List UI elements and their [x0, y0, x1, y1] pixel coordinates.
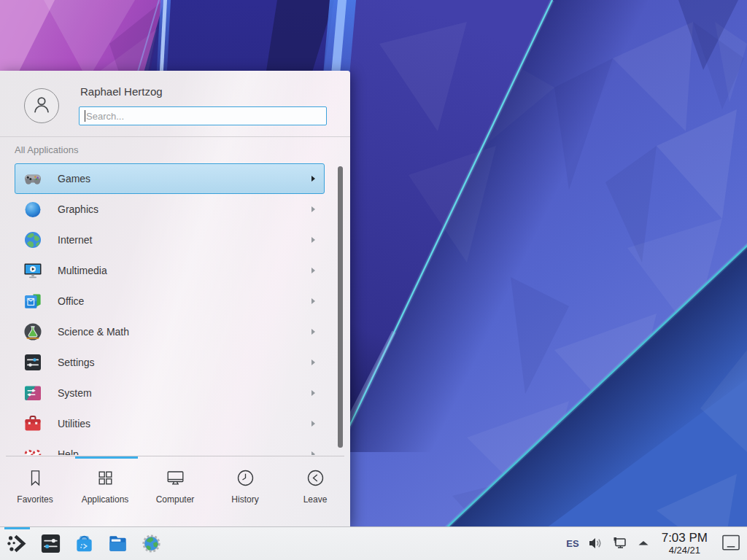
clock-time: 7:03 PM	[662, 532, 708, 545]
category-item-internet[interactable]: Internet	[15, 225, 325, 255]
leave-icon	[306, 468, 325, 488]
application-launcher-menu: Raphael Hertzog All Applications Games G…	[0, 71, 350, 526]
category-item-system[interactable]: System	[15, 378, 325, 408]
web-browser-button[interactable]	[139, 532, 163, 556]
taskbar: ES 7:03 PM 4/24/21	[0, 526, 747, 560]
category-item-utilities[interactable]: Utilities	[15, 408, 325, 439]
multimedia-icon	[23, 261, 42, 280]
tab-applications[interactable]: Applications	[70, 459, 140, 526]
file-manager-button[interactable]	[106, 532, 130, 556]
system-settings-button[interactable]	[39, 532, 63, 556]
clock-date: 4/24/21	[669, 545, 700, 556]
submenu-arrow-icon	[311, 298, 315, 304]
user-icon	[30, 93, 53, 119]
applications-icon	[96, 468, 115, 488]
browser-globe-icon	[140, 532, 163, 555]
system-settings-icon	[39, 532, 62, 555]
submenu-arrow-icon	[311, 421, 315, 427]
tab-leave[interactable]: Leave	[280, 459, 350, 526]
tab-history[interactable]: History	[210, 459, 280, 526]
expand-tray-icon[interactable]	[635, 535, 651, 551]
games-icon	[23, 169, 42, 188]
submenu-arrow-icon	[311, 268, 315, 273]
submenu-arrow-icon	[311, 206, 315, 212]
submenu-arrow-icon	[311, 451, 315, 455]
category-item-help[interactable]: Help	[15, 439, 325, 455]
clock[interactable]: 7:03 PM 4/24/21	[662, 532, 708, 556]
tab-favorites[interactable]: Favorites	[0, 459, 70, 526]
application-launcher-button[interactable]	[5, 532, 29, 556]
category-item-office[interactable]: Office	[15, 286, 325, 316]
discover-button[interactable]	[72, 532, 96, 556]
header-separator	[0, 136, 350, 137]
network-icon[interactable]	[611, 535, 627, 551]
desktop: Raphael Hertzog All Applications Games G…	[0, 0, 747, 560]
science-icon	[23, 322, 42, 341]
footer-tabs: Favorites Applications Computer History …	[0, 459, 350, 526]
help-icon	[23, 445, 42, 455]
submenu-arrow-icon	[311, 390, 315, 396]
category-item-science-math[interactable]: Science & Math	[15, 316, 325, 347]
category-item-multimedia[interactable]: Multimedia	[15, 255, 325, 286]
internet-icon	[23, 230, 42, 249]
category-item-games[interactable]: Games	[15, 163, 325, 194]
search-field	[79, 106, 327, 125]
system-tray: ES 7:03 PM 4/24/21	[566, 532, 747, 556]
show-desktop-button[interactable]	[721, 534, 741, 553]
office-icon	[23, 292, 42, 311]
list-scrollbar[interactable]	[338, 166, 343, 448]
dolphin-icon	[107, 532, 129, 555]
footer-separator	[6, 456, 344, 456]
kickoff-icon	[6, 532, 28, 555]
submenu-arrow-icon	[311, 176, 315, 182]
system-icon	[23, 384, 42, 402]
submenu-arrow-icon	[311, 359, 315, 365]
category-item-settings[interactable]: Settings	[15, 347, 325, 378]
tab-computer[interactable]: Computer	[140, 459, 210, 526]
section-label: All Applications	[15, 144, 78, 155]
keyboard-layout-indicator[interactable]: ES	[566, 538, 578, 549]
launcher-header: Raphael Hertzog	[0, 71, 350, 136]
search-input[interactable]	[80, 107, 326, 125]
user-name: Raphael Hertzog	[80, 85, 163, 98]
favorites-icon	[26, 468, 45, 488]
category-list: Games Graphics Internet Multimedia Offic…	[15, 163, 325, 455]
graphics-icon	[23, 200, 42, 219]
settings-icon	[23, 353, 42, 372]
discover-icon	[73, 532, 96, 555]
utilities-icon	[23, 414, 42, 433]
user-avatar[interactable]	[24, 88, 59, 123]
category-item-graphics[interactable]: Graphics	[15, 194, 325, 225]
volume-icon[interactable]	[587, 535, 603, 551]
taskbar-launchers	[0, 532, 163, 556]
submenu-arrow-icon	[311, 237, 315, 243]
submenu-arrow-icon	[311, 329, 315, 335]
history-icon	[236, 468, 255, 488]
computer-icon	[166, 468, 185, 488]
